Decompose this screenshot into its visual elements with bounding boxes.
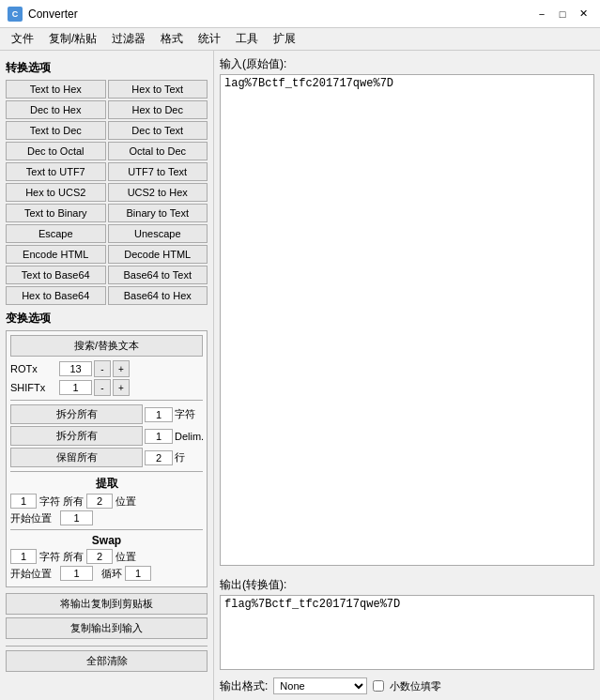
swap-start-input[interactable]	[60, 566, 93, 581]
keep-val[interactable]	[145, 450, 173, 465]
rot-label: ROTx	[10, 363, 57, 374]
input-label: 输入(原始值):	[220, 56, 594, 72]
shift-label: SHIFTx	[10, 382, 57, 393]
menu-tools[interactable]: 工具	[228, 29, 266, 49]
decode-html-btn[interactable]: Decode HTML	[108, 245, 208, 264]
close-button[interactable]: ✕	[574, 5, 592, 23]
keep-all-btn[interactable]: 保留所有	[10, 448, 143, 467]
section2-title: 变换选项	[6, 311, 208, 327]
converter-grid: Text to Hex Hex to Text Dec to Hex Hex t…	[6, 80, 208, 305]
octal-to-dec-btn[interactable]: Octal to Dec	[108, 142, 208, 160]
menu-copy-paste[interactable]: 复制/粘贴	[41, 29, 104, 49]
divider3	[10, 529, 203, 530]
swap-label1: 字符 所有	[39, 550, 84, 564]
swap-title: Swap	[10, 534, 203, 547]
utf7-to-text-btn[interactable]: UTF7 to Text	[108, 162, 208, 181]
hex-to-ucs2-btn[interactable]: Hex to UCS2	[6, 183, 106, 202]
window-controls: − □ ✕	[532, 5, 592, 23]
extract-label2: 位置	[115, 495, 136, 509]
menu-filter[interactable]: 过滤器	[104, 29, 153, 49]
swap-start-row: 开始位置 循环	[10, 566, 203, 581]
minimize-button[interactable]: −	[532, 5, 551, 23]
copy-to-input-btn[interactable]: 复制输出到输入	[6, 617, 208, 639]
binary-to-text-btn[interactable]: Binary to Text	[108, 204, 208, 222]
menu-extend[interactable]: 扩展	[266, 29, 303, 49]
base64-to-hex-btn[interactable]: Base64 to Hex	[108, 286, 208, 305]
split-val-2[interactable]	[145, 429, 173, 444]
decimal-checkbox[interactable]	[373, 680, 384, 692]
dec-to-hex-btn[interactable]: Dec to Hex	[6, 100, 106, 119]
search-replace-btn[interactable]: 搜索/替换文本	[10, 335, 203, 357]
left-panel: 转换选项 Text to Hex Hex to Text Dec to Hex …	[0, 51, 214, 700]
rot-minus-btn[interactable]: -	[94, 360, 111, 377]
hex-to-dec-btn[interactable]: Hex to Dec	[108, 100, 208, 119]
input-section: 输入(原始值): lag%7Bctf_tfc201717qwe%7D	[220, 56, 594, 566]
shift-row: SHIFTx - +	[10, 379, 203, 396]
format-select[interactable]: None Hex Dec Oct Bin	[273, 677, 367, 694]
dec-to-octal-btn[interactable]: Dec to Octal	[6, 142, 106, 160]
divider2	[10, 471, 203, 472]
swap-row-1: 字符 所有 位置	[10, 549, 203, 564]
swap-label2: 位置	[115, 550, 136, 564]
rot-row: ROTx - +	[10, 360, 203, 377]
extract-pos-input[interactable]	[86, 494, 113, 509]
hex-to-base64-btn[interactable]: Hex to Base64	[6, 286, 106, 305]
text-to-base64-btn[interactable]: Text to Base64	[6, 266, 106, 284]
unescape-btn[interactable]: Unescape	[108, 224, 208, 243]
base64-to-text-btn[interactable]: Base64 to Text	[108, 266, 208, 284]
swap-start-label: 开始位置	[10, 567, 57, 581]
shift-minus-btn[interactable]: -	[94, 379, 111, 396]
right-panel: 输入(原始值): lag%7Bctf_tfc201717qwe%7D 输出(转换…	[214, 51, 600, 700]
maximize-button[interactable]: □	[553, 5, 572, 23]
divider1	[10, 400, 203, 401]
divider4	[6, 646, 208, 647]
input-textarea[interactable]: lag%7Bctf_tfc201717qwe%7D	[220, 74, 594, 566]
cycle-input[interactable]	[125, 566, 151, 581]
keep-unit: 行	[175, 450, 203, 464]
text-to-hex-btn[interactable]: Text to Hex	[6, 80, 106, 99]
split-row-1: 拆分所有 字符	[10, 404, 203, 424]
text-to-dec-btn[interactable]: Text to Dec	[6, 121, 106, 140]
output-textarea[interactable]: flag%7Bctf_tfc201717qwe%7D	[220, 595, 594, 670]
start-val-input[interactable]	[60, 510, 93, 525]
decimal-label: 小数位填零	[390, 679, 441, 693]
menu-format[interactable]: 格式	[153, 29, 191, 49]
cycle-label: 循环	[101, 567, 122, 581]
shift-plus-btn[interactable]: +	[113, 379, 130, 396]
split-val-1[interactable]	[145, 407, 173, 422]
extract-start-row: 开始位置	[10, 510, 203, 525]
extract-title: 提取	[10, 476, 203, 492]
menu-stats[interactable]: 统计	[191, 29, 228, 49]
text-to-utf7-btn[interactable]: Text to UTF7	[6, 162, 106, 181]
swap-chars-input[interactable]	[10, 549, 37, 564]
copy-to-clipboard-btn[interactable]: 将输出复制到剪贴板	[6, 593, 208, 615]
encode-html-btn[interactable]: Encode HTML	[6, 245, 106, 264]
hex-to-text-btn[interactable]: Hex to Text	[108, 80, 208, 99]
split-unit-2: Delim.	[175, 431, 203, 442]
split-unit-1: 字符	[175, 407, 203, 421]
split-all-1-btn[interactable]: 拆分所有	[10, 404, 143, 424]
menu-file[interactable]: 文件	[4, 29, 41, 49]
rot-input[interactable]	[59, 361, 92, 376]
clear-all-btn[interactable]: 全部清除	[6, 650, 208, 672]
swap-pos-input[interactable]	[86, 549, 113, 564]
rot-plus-btn[interactable]: +	[113, 360, 130, 377]
output-format-row: 输出格式: None Hex Dec Oct Bin 小数位填零	[220, 677, 594, 694]
section1-title: 转换选项	[6, 60, 208, 76]
shift-input[interactable]	[59, 380, 92, 395]
start-label: 开始位置	[10, 511, 57, 525]
format-label: 输出格式:	[220, 678, 268, 694]
escape-btn[interactable]: Escape	[6, 224, 106, 243]
window-title: Converter	[28, 8, 532, 21]
dec-to-text-btn[interactable]: Dec to Text	[108, 121, 208, 140]
app-icon: C	[8, 7, 23, 22]
text-to-binary-btn[interactable]: Text to Binary	[6, 204, 106, 222]
extract-chars-input[interactable]	[10, 494, 37, 509]
extract-label1: 字符 所有	[39, 495, 84, 509]
output-label: 输出(转换值):	[220, 577, 594, 593]
ucs2-to-hex-btn[interactable]: UCS2 to Hex	[108, 183, 208, 202]
extract-row-1: 字符 所有 位置	[10, 494, 203, 509]
split-row-2: 拆分所有 Delim.	[10, 426, 203, 446]
keep-row: 保留所有 行	[10, 448, 203, 467]
split-all-2-btn[interactable]: 拆分所有	[10, 426, 143, 446]
